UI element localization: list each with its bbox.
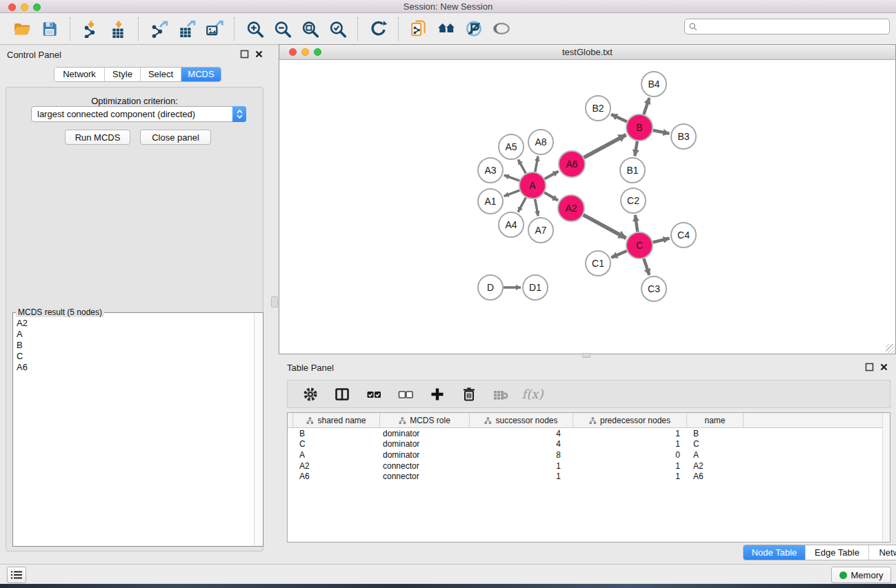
tab-style[interactable]: Style [105,68,141,81]
import-network-button[interactable] [79,17,102,41]
cell-MCDS-role[interactable]: dominator [380,439,470,449]
panel-split-grip[interactable] [271,296,278,307]
node-B1[interactable]: B1 [620,158,645,183]
edge-B-B4[interactable] [644,98,649,114]
cell-MCDS-role[interactable]: connector [380,461,470,471]
mcds-result-list[interactable]: A2ABCA6 [15,315,253,544]
cell-predecessor-nodes[interactable]: 1 [573,461,687,471]
tab-select[interactable]: Select [141,68,181,81]
zoom-window-button[interactable] [33,3,41,11]
cell-successor-nodes[interactable]: 4 [470,439,573,449]
open-session-button[interactable] [10,17,34,41]
cell-name[interactable]: C [687,439,744,449]
tab-edge-table[interactable]: Edge Table [806,545,869,560]
edge-A6-B[interactable] [584,134,626,157]
cell-successor-nodes[interactable]: 1 [470,461,573,471]
edge-C-C1[interactable] [611,251,626,258]
column-header-predecessor-nodes[interactable]: predecessor nodes [573,413,687,428]
mcds-result-item[interactable]: B [17,340,252,351]
edge-B-B1[interactable] [635,141,637,156]
cell-shared-name[interactable]: A [293,450,380,460]
show-all-button[interactable] [490,17,513,41]
export-table-button[interactable] [175,17,198,41]
table-row[interactable]: A2connector11A2 [288,460,890,472]
cell-predecessor-nodes[interactable]: 0 [573,450,687,460]
network-close-button[interactable] [289,48,297,56]
node-A4[interactable]: A4 [499,212,524,237]
node-C4[interactable]: C4 [671,223,696,247]
node-C1[interactable]: C1 [586,251,610,276]
cell-name[interactable]: A [687,450,744,460]
window-resize-grip[interactable] [886,344,895,353]
node-C2[interactable]: C2 [621,188,646,213]
cell-MCDS-role[interactable]: dominator [380,450,470,460]
node-A3[interactable]: A3 [478,158,503,183]
criterion-dropdown[interactable]: largest connected component (directed) [31,106,246,122]
cell-predecessor-nodes[interactable]: 1 [573,439,687,449]
float-panel-button[interactable] [240,50,249,59]
edge-A-A2[interactable] [544,192,558,201]
edge-A2-C[interactable] [584,215,626,239]
zoom-fit-button[interactable] [298,17,321,41]
tab-network-table[interactable]: Network Table [869,545,896,560]
edge-C-C4[interactable] [653,239,669,243]
zoom-out-button[interactable] [270,17,294,41]
mcds-result-item[interactable]: A6 [17,362,252,373]
minimize-window-button[interactable] [21,3,28,11]
cell-successor-nodes[interactable]: 8 [470,450,573,460]
edge-A-A7[interactable] [535,199,539,216]
import-table-button[interactable] [106,17,130,41]
node-D1[interactable]: D1 [523,275,548,300]
table-row[interactable]: Cdominator41C [288,439,890,450]
column-visibility-button[interactable] [330,383,354,406]
node-A8[interactable]: A8 [528,130,553,154]
cell-name[interactable]: B [687,429,744,438]
cell-predecessor-nodes[interactable]: 1 [573,472,687,481]
new-network-from-selection-button[interactable] [407,17,430,41]
mcds-result-item[interactable]: A2 [17,318,252,329]
close-table-panel-button[interactable] [879,363,888,372]
edge-A-A3[interactable] [504,175,519,181]
tab-network[interactable]: Network [54,68,105,81]
node-C3[interactable]: C3 [641,276,666,301]
edge-A-A4[interactable] [518,198,526,212]
zoom-selected-button[interactable] [326,17,349,41]
edge-A-A8[interactable] [535,156,538,172]
node-A7[interactable]: A7 [528,218,553,243]
edge-C-C3[interactable] [644,258,649,275]
horizontal-split-grip[interactable] [582,353,590,358]
table-row[interactable]: Adominator80A [288,449,890,460]
refresh-button[interactable] [366,17,390,41]
edge-B-B3[interactable] [653,130,670,134]
task-history-button[interactable] [7,567,26,583]
close-panel-button[interactable]: Close panel [140,130,211,145]
cell-shared-name[interactable]: B [293,429,380,438]
network-window-titlebar[interactable]: testGlobe.txt [279,45,895,60]
cell-MCDS-role[interactable]: dominator [380,429,470,438]
add-column-button[interactable] [426,383,449,406]
column-header-successor-nodes[interactable]: successor nodes [470,413,573,428]
hide-selected-button[interactable] [462,17,486,41]
column-header-shared-name[interactable]: shared name [293,413,380,428]
mcds-result-item[interactable]: A [17,329,252,340]
node-A[interactable]: A [519,172,546,199]
node-B2[interactable]: B2 [586,96,610,121]
delete-column-button[interactable] [457,383,481,406]
mcds-list-scrollbar[interactable] [254,314,262,545]
node-C[interactable]: C [626,232,653,258]
cell-shared-name[interactable]: A2 [293,461,380,471]
cell-successor-nodes[interactable]: 1 [470,472,573,481]
memory-button[interactable]: Memory [831,567,891,583]
edge-C-C2[interactable] [635,215,637,232]
first-neighbors-button[interactable] [435,17,458,41]
node-A1[interactable]: A1 [478,189,503,214]
cell-shared-name[interactable]: A6 [293,472,380,481]
cell-MCDS-role[interactable]: connector [380,472,470,481]
cell-predecessor-nodes[interactable]: 1 [573,429,687,438]
node-A2[interactable]: A2 [558,195,584,221]
select-all-button[interactable] [362,383,386,406]
save-session-button[interactable] [38,17,61,41]
table-row[interactable]: A6connector11A6 [288,471,890,482]
node-B4[interactable]: B4 [641,72,666,97]
table-settings-button[interactable] [299,383,322,406]
